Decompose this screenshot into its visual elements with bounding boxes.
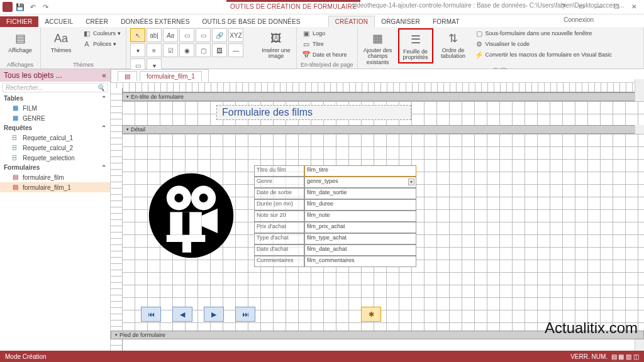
tab-external-data[interactable]: DONNÉES EXTERNES (114, 16, 196, 27)
nav-header[interactable]: Tous les objets ...« (0, 69, 110, 82)
redo-icon[interactable]: ↷ (40, 2, 50, 12)
form-field-row[interactable]: Date d'achatfilm_date_achat (254, 244, 416, 256)
colors-button[interactable]: ◧Couleurs ▾ (81, 28, 122, 38)
form-detail-section[interactable]: Titre du filmfilm_titreGenregenre_typesD… (122, 134, 644, 335)
field-label[interactable]: Durée (en mn) (254, 199, 304, 211)
convert-macros-button[interactable]: ⚡Convertir les macros de formulaire en V… (474, 50, 613, 60)
field-control[interactable]: film_note (304, 211, 416, 222)
tab-format[interactable]: FORMAT (426, 16, 466, 27)
form-field-row[interactable]: Durée (en mn)film_duree (254, 199, 416, 211)
combo-control-icon: ▾ (130, 43, 145, 57)
tab-order-icon: ⇅ (445, 30, 462, 47)
ribbon: ▤ Affichage Affichages Aa Thèmes ◧Couleu… (0, 27, 644, 69)
themes-button[interactable]: Aa Thèmes (45, 28, 77, 55)
field-control[interactable]: film_type_achat (304, 233, 416, 244)
nav-item[interactable]: ▤formulaire_film_1 (0, 182, 110, 192)
field-control[interactable]: genre_types (304, 177, 416, 188)
document-tab[interactable]: ▤formulaire_film_1 (111, 69, 209, 82)
view-code-button[interactable]: ⚙Visualiser le code (474, 39, 613, 49)
nav-search-input[interactable]: Rechercher...🔍 (3, 83, 108, 92)
last-record-button[interactable]: ⏭ (235, 307, 255, 322)
tab-order-button[interactable]: ⇅ Ordre de tabulation (437, 28, 470, 61)
form-field-row[interactable]: Titre du filmfilm_titre (254, 165, 416, 177)
save-icon[interactable]: 💾 (15, 2, 25, 12)
vertical-ruler (111, 88, 123, 351)
fields-icon: ▦ (369, 30, 387, 47)
field-label[interactable]: Titre du film (254, 165, 304, 177)
chevron-down-icon: « (102, 71, 106, 80)
close-icon[interactable]: ✕ (625, 0, 643, 13)
nav-item[interactable]: ▤formulaire_film (0, 172, 110, 182)
maximize-icon[interactable]: ☐ (608, 0, 625, 13)
subform-button[interactable]: ▢Sous-formulaire dans une nouvelle fenêt… (474, 28, 613, 38)
tab-design[interactable]: CRÉATION (328, 16, 375, 27)
group-label-views: Affichages (4, 62, 36, 69)
field-label[interactable]: Genre (254, 177, 304, 188)
prev-record-button[interactable]: ◀ (172, 307, 192, 322)
field-control[interactable]: film_duree (304, 199, 416, 211)
nav-section-queries[interactable]: Requêtes⌃ (0, 123, 110, 133)
form-title-label[interactable]: Formulaire des films (216, 105, 411, 120)
tab-file[interactable]: FICHIER (0, 16, 38, 27)
add-existing-fields-button[interactable]: ▦ Ajouter des champs existants (362, 28, 394, 67)
field-label[interactable]: Note sur 20 (254, 211, 304, 222)
tab-arrange[interactable]: ORGANISER (375, 16, 426, 27)
title-button[interactable]: ▭Titre (301, 39, 348, 49)
camera-image[interactable] (147, 172, 235, 260)
object-icon: ⌸ (13, 144, 20, 151)
list-control-icon: ≡ (147, 43, 162, 57)
field-control[interactable]: film_date_sortie (304, 188, 416, 199)
first-record-button[interactable]: ⏮ (141, 307, 161, 322)
insert-image-button[interactable]: 🖼 Insérer une image (260, 28, 292, 61)
status-numlock: VERR. NUM. (570, 353, 608, 360)
nav-section-tables[interactable]: Tables⌃ (0, 94, 110, 103)
form-field-row[interactable]: Note sur 20film_note (254, 211, 416, 222)
button-control-icon: ▭ (179, 28, 194, 42)
controls-gallery[interactable]: ↖ab|Aa▭▭🔗XYZ▾ ≡☑◉▢🖼—▭▾ (130, 28, 256, 72)
undo-icon[interactable]: ↶ (28, 2, 38, 12)
field-control[interactable]: film_date_achat (304, 244, 416, 256)
logo-button[interactable]: ▣Logo (301, 28, 348, 38)
login-link[interactable]: Connexion (564, 16, 594, 23)
nav-section-forms[interactable]: Formulaires⌃ (0, 163, 110, 172)
nav-item[interactable]: ⌸Requete_selection (0, 153, 110, 163)
field-control[interactable]: film_prix_achat (304, 222, 416, 233)
field-label[interactable]: Date de sortie (254, 188, 304, 199)
nav-item[interactable]: ▦GENRE (0, 113, 110, 123)
view-button[interactable]: ▤ Affichage (4, 28, 36, 55)
help-icon[interactable]: ? (555, 0, 572, 13)
ribbon-collapse-icon[interactable]: ▭ (572, 0, 590, 13)
new-record-button[interactable]: ✱ (361, 307, 381, 322)
property-sheet-button[interactable]: ☰ Feuille de propriétés (398, 28, 433, 63)
macro-icon: ⚡ (475, 50, 484, 59)
field-control[interactable]: film_commentaires (304, 256, 416, 267)
form-field-row[interactable]: Commentairesfilm_commentaires (254, 256, 416, 267)
form-field-row[interactable]: Prix d'achatfilm_prix_achat (254, 222, 416, 233)
nav-item[interactable]: ⌸Requete_calcul_2 (0, 143, 110, 153)
nav-item[interactable]: ⌸Requete_calcul_1 (0, 133, 110, 143)
field-label[interactable]: Type d'achat (254, 233, 304, 244)
section-detail-bar[interactable]: Détail (122, 125, 644, 134)
form-icon: ▤ (118, 71, 137, 81)
field-label[interactable]: Commentaires (254, 256, 304, 267)
field-control[interactable]: film_titre (304, 165, 416, 177)
tab-create[interactable]: CRÉER (79, 16, 114, 27)
next-record-button[interactable]: ▶ (204, 307, 224, 322)
minimize-icon[interactable]: — (590, 0, 608, 13)
form-field-row[interactable]: Date de sortiefilm_date_sortie (254, 188, 416, 199)
form-field-row[interactable]: Genregenre_types (254, 177, 416, 188)
fonts-button[interactable]: APolices ▾ (81, 39, 122, 49)
field-label[interactable]: Prix d'achat (254, 222, 304, 233)
svg-rect-9 (182, 240, 191, 253)
tab-db-tools[interactable]: OUTILS DE BASE DE DONNÉES (196, 16, 307, 27)
form-header-section[interactable]: Formulaire des films (122, 101, 644, 125)
code-icon: ⚙ (475, 40, 484, 48)
status-bar: Mode Création VERR. NUM. ▤ ▦ ▧ ◫ (0, 351, 644, 362)
form-field-row[interactable]: Type d'achatfilm_type_achat (254, 233, 416, 244)
section-header-bar[interactable]: En-tête de formulaire (122, 92, 644, 101)
group-label-themes: Thèmes (45, 62, 122, 69)
field-label[interactable]: Date d'achat (254, 244, 304, 256)
datetime-button[interactable]: 📅Date et heure (301, 50, 348, 60)
tab-home[interactable]: ACCUEIL (38, 16, 79, 27)
nav-item[interactable]: ▦FILM (0, 103, 110, 113)
